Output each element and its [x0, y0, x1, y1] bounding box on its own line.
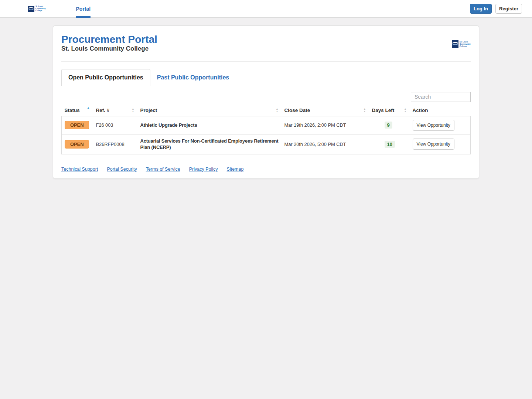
- link-terms-of-service[interactable]: Terms of Service: [146, 167, 180, 172]
- project-cell: Athletic Upgrade Projects: [137, 116, 282, 134]
- link-technical-support[interactable]: Technical Support: [61, 167, 98, 172]
- days-left-badge: 9: [385, 122, 392, 129]
- sort-ascending-icon[interactable]: ▲: [87, 106, 90, 110]
- close-date-cell: Mar 20th 2026, 5:00 PM CDT: [282, 134, 369, 154]
- sort-icon[interactable]: ▲▼: [364, 108, 366, 113]
- column-header-ref[interactable]: Ref. #▲▼: [93, 105, 137, 116]
- tab-bar: Open Public Opportunities Past Public Op…: [61, 69, 471, 86]
- page-subtitle: St. Louis Community College: [61, 45, 471, 52]
- login-button[interactable]: Log In: [470, 4, 492, 14]
- top-navbar: St. Louis Community College Portal Log I…: [0, 0, 532, 18]
- link-sitemap[interactable]: Sitemap: [227, 167, 244, 172]
- view-opportunity-button[interactable]: View Opportunity: [413, 120, 454, 131]
- project-cell: Actuarial Services For Non-Certificated …: [137, 134, 282, 154]
- days-left-badge: 10: [385, 141, 395, 148]
- column-header-days-left[interactable]: Days Left▲▼: [369, 105, 410, 116]
- search-input[interactable]: [411, 92, 471, 102]
- table-row: OPEN F26 003 Athletic Upgrade Projects M…: [62, 116, 471, 134]
- column-header-close-date[interactable]: Close Date▲▼: [282, 105, 369, 116]
- link-privacy-policy[interactable]: Privacy Policy: [189, 167, 218, 172]
- column-header-action: Action: [410, 105, 471, 116]
- footer-links: Technical Support Portal Security Terms …: [61, 167, 471, 172]
- view-opportunity-button[interactable]: View Opportunity: [413, 139, 454, 150]
- page-title: Procurement Portal: [61, 34, 471, 45]
- column-header-status[interactable]: Status▲: [62, 105, 93, 116]
- procurement-portal-card: Procurement Portal St. Louis Community C…: [53, 25, 479, 179]
- college-logo-icon: [28, 6, 34, 12]
- table-row: OPEN B26RFP0008 Actuarial Services For N…: [62, 134, 471, 154]
- status-badge: OPEN: [65, 140, 89, 149]
- link-portal-security[interactable]: Portal Security: [107, 167, 137, 172]
- header-divider: [61, 61, 471, 62]
- ref-cell: F26 003: [93, 116, 137, 134]
- tab-past-public-opportunities[interactable]: Past Public Opportunities: [150, 69, 236, 86]
- tab-open-public-opportunities[interactable]: Open Public Opportunities: [61, 69, 150, 86]
- college-logo-icon: [452, 40, 458, 48]
- sort-icon[interactable]: ▲▼: [132, 108, 134, 113]
- ref-cell: B26RFP0008: [93, 134, 137, 154]
- table-header-row: Status▲ Ref. #▲▼ Project▲▼ Close Date▲▼ …: [62, 105, 471, 116]
- register-button[interactable]: Register: [495, 4, 522, 14]
- card-header: Procurement Portal St. Louis Community C…: [61, 34, 471, 52]
- nav-portal-link[interactable]: Portal: [76, 0, 91, 18]
- close-date-cell: Mar 19th 2026, 2:00 PM CDT: [282, 116, 369, 134]
- status-badge: OPEN: [65, 121, 89, 129]
- college-logo-text: St. Louis Community College: [35, 6, 46, 12]
- column-header-project[interactable]: Project▲▼: [137, 105, 282, 116]
- sort-icon[interactable]: ▲▼: [276, 108, 279, 113]
- sort-icon[interactable]: ▲▼: [404, 108, 407, 113]
- college-logo: St. Louis Community College: [28, 6, 46, 12]
- opportunities-table: Status▲ Ref. #▲▼ Project▲▼ Close Date▲▼ …: [61, 105, 471, 154]
- college-logo-text: St. Louis Community College: [460, 41, 471, 48]
- college-logo-card: St. Louis Community College: [452, 40, 471, 48]
